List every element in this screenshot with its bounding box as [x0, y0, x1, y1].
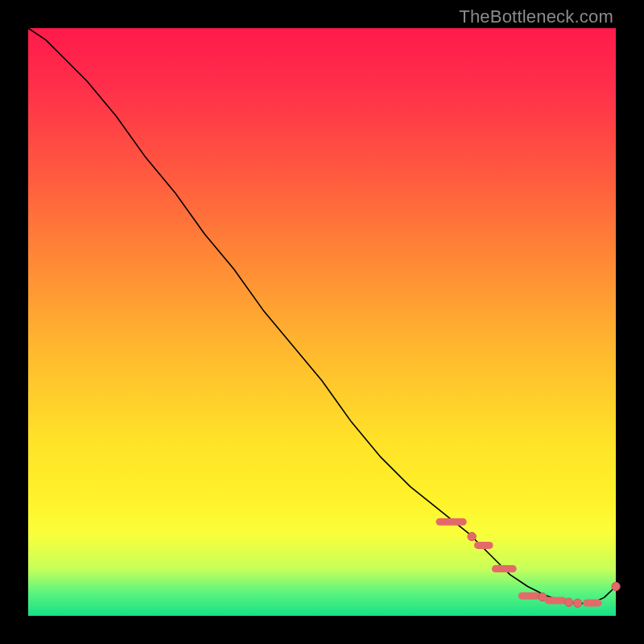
data-marker-dot — [573, 599, 581, 607]
plot-area — [28, 28, 616, 616]
data-marker-dot — [612, 582, 620, 590]
plot-svg — [28, 28, 616, 616]
watermark-text: TheBottleneck.com — [459, 6, 613, 27]
bottleneck-curve — [28, 28, 616, 604]
data-marker-dot — [564, 598, 572, 606]
data-markers — [440, 522, 620, 607]
data-marker-dot — [468, 532, 476, 540]
chart-frame: TheBottleneck.com — [0, 0, 644, 644]
